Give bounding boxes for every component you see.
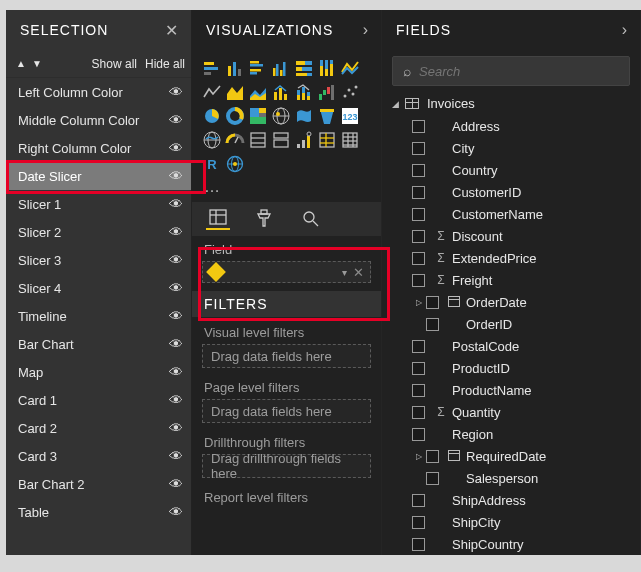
fields-tab-icon[interactable]	[206, 206, 230, 230]
visibility-toggle-icon[interactable]: 👁	[169, 364, 183, 380]
stacked-column-icon[interactable]	[225, 58, 245, 78]
clustered-bar-icon[interactable]	[248, 58, 268, 78]
100-stacked-bar-icon[interactable]	[294, 58, 314, 78]
matrix-icon[interactable]	[317, 130, 337, 150]
field-checkbox[interactable]	[426, 450, 439, 463]
clustered-column-icon[interactable]	[271, 58, 291, 78]
table-node[interactable]: ◢ Invoices	[382, 92, 640, 115]
fields-search[interactable]: ⌕	[392, 56, 630, 86]
selection-item[interactable]: Bar Chart👁	[6, 330, 191, 358]
r-visual-icon[interactable]	[340, 130, 360, 150]
field-row[interactable]: ShipAddress	[382, 489, 640, 511]
field-row[interactable]: ΣDiscount	[382, 225, 640, 247]
selection-item[interactable]: Map👁	[6, 358, 191, 386]
search-input[interactable]	[419, 64, 619, 79]
expand-icon[interactable]: ▷	[412, 298, 426, 307]
move-down-icon[interactable]: ▼	[32, 58, 42, 69]
move-up-icon[interactable]: ▲	[16, 58, 26, 69]
show-all-button[interactable]: Show all	[92, 57, 137, 71]
field-checkbox[interactable]	[412, 120, 425, 133]
visibility-toggle-icon[interactable]: 👁	[169, 196, 183, 212]
selection-item[interactable]: Slicer 1👁	[6, 190, 191, 218]
area-icon[interactable]	[225, 82, 245, 102]
visibility-toggle-icon[interactable]: 👁	[169, 476, 183, 492]
field-checkbox[interactable]	[412, 406, 425, 419]
selection-item[interactable]: Left Column Color👁	[6, 78, 191, 106]
field-row[interactable]: Address	[382, 115, 640, 137]
field-checkbox[interactable]	[412, 340, 425, 353]
card-icon[interactable]	[202, 130, 222, 150]
visibility-toggle-icon[interactable]: 👁	[169, 252, 183, 268]
field-checkbox[interactable]	[412, 230, 425, 243]
field-row[interactable]: ShipCountry	[382, 533, 640, 555]
field-checkbox[interactable]	[426, 318, 439, 331]
visibility-toggle-icon[interactable]: 👁	[169, 168, 183, 184]
100-stacked-column-icon[interactable]	[317, 58, 337, 78]
field-row[interactable]: Region	[382, 423, 640, 445]
scatter-icon[interactable]	[340, 82, 360, 102]
visibility-toggle-icon[interactable]: 👁	[169, 336, 183, 352]
field-checkbox[interactable]	[412, 516, 425, 529]
selection-item[interactable]: Card 2👁	[6, 414, 191, 442]
analytics-tab-icon[interactable]	[298, 206, 322, 230]
selection-item[interactable]: Date Slicer👁	[6, 162, 191, 190]
slicer-icon[interactable]	[271, 130, 291, 150]
more-visuals-icon[interactable]: …	[192, 174, 381, 202]
visibility-toggle-icon[interactable]: 👁	[169, 140, 183, 156]
funnel-icon[interactable]	[317, 106, 337, 126]
field-checkbox[interactable]	[412, 142, 425, 155]
chevron-right-icon[interactable]: ›	[620, 19, 630, 41]
field-checkbox[interactable]	[412, 494, 425, 507]
globe-icon[interactable]	[225, 154, 245, 174]
filter-drop-zone[interactable]: Drag data fields here	[202, 399, 371, 423]
hide-all-button[interactable]: Hide all	[145, 57, 185, 71]
field-row[interactable]: ShipCity	[382, 511, 640, 533]
close-icon[interactable]: ✕	[163, 21, 181, 40]
field-checkbox[interactable]	[426, 472, 439, 485]
field-row[interactable]: ▷RequiredDate	[382, 445, 640, 467]
field-checkbox[interactable]	[412, 538, 425, 551]
stacked-bar-icon[interactable]	[202, 58, 222, 78]
field-checkbox[interactable]	[412, 428, 425, 441]
ribbon-icon[interactable]	[340, 58, 360, 78]
chevron-down-icon[interactable]: ▾	[342, 267, 347, 278]
field-row[interactable]: Salesperson	[382, 467, 640, 489]
selection-item[interactable]: Card 1👁	[6, 386, 191, 414]
field-row[interactable]: ΣQuantity	[382, 401, 640, 423]
field-well[interactable]: ▾ ✕	[202, 261, 371, 283]
line-icon[interactable]	[202, 82, 222, 102]
field-checkbox[interactable]	[412, 362, 425, 375]
field-row[interactable]: ΣFreight	[382, 269, 640, 291]
field-checkbox[interactable]	[412, 208, 425, 221]
expand-icon[interactable]: ▷	[412, 452, 426, 461]
selection-item[interactable]: Table👁	[6, 498, 191, 526]
visibility-toggle-icon[interactable]: 👁	[169, 448, 183, 464]
field-checkbox[interactable]	[412, 384, 425, 397]
filter-drop-zone[interactable]: Drag data fields here	[202, 344, 371, 368]
expand-icon[interactable]: ◢	[392, 99, 399, 109]
stacked-area-icon[interactable]	[248, 82, 268, 102]
visibility-toggle-icon[interactable]: 👁	[169, 280, 183, 296]
gauge-icon[interactable]: 123	[340, 106, 360, 126]
arcgis-icon[interactable]: R	[202, 154, 222, 174]
visibility-toggle-icon[interactable]: 👁	[169, 224, 183, 240]
field-row[interactable]: CustomerID	[382, 181, 640, 203]
field-row[interactable]: ▷OrderDate	[382, 291, 640, 313]
field-row[interactable]: ProductName	[382, 379, 640, 401]
field-row[interactable]: PostalCode	[382, 335, 640, 357]
selection-item[interactable]: Slicer 3👁	[6, 246, 191, 274]
field-row[interactable]: ProductID	[382, 357, 640, 379]
selection-item[interactable]: Slicer 4👁	[6, 274, 191, 302]
field-row[interactable]: Country	[382, 159, 640, 181]
format-tab-icon[interactable]	[252, 206, 276, 230]
selection-item[interactable]: Bar Chart 2👁	[6, 470, 191, 498]
table-icon[interactable]	[294, 130, 314, 150]
visibility-toggle-icon[interactable]: 👁	[169, 308, 183, 324]
remove-field-icon[interactable]: ✕	[353, 265, 364, 280]
donut-icon[interactable]	[225, 106, 245, 126]
field-checkbox[interactable]	[426, 296, 439, 309]
visibility-toggle-icon[interactable]: 👁	[169, 504, 183, 520]
field-checkbox[interactable]	[412, 186, 425, 199]
visibility-toggle-icon[interactable]: 👁	[169, 112, 183, 128]
field-checkbox[interactable]	[412, 252, 425, 265]
